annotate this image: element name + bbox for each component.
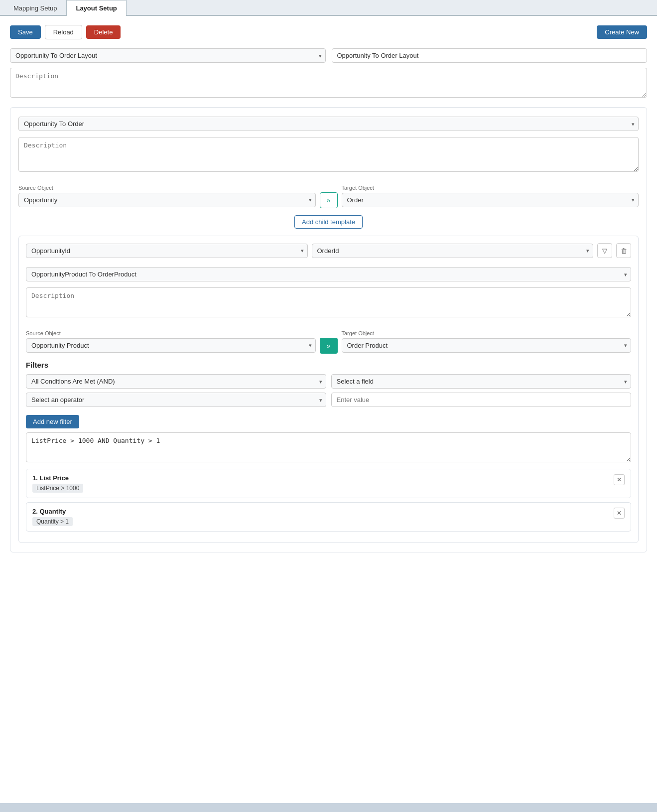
trash-icon: 🗑 <box>621 247 627 255</box>
filter-icon-btn[interactable]: ▽ <box>597 243 612 258</box>
conditions-select[interactable]: All Conditions Are Met (AND) <box>26 374 326 389</box>
parent-mapping-dropdown[interactable]: Opportunity To Order <box>18 117 639 131</box>
filter-expression-area[interactable]: ListPrice > 1000 AND Quantity > 1 <box>26 432 631 462</box>
layout-name-input[interactable] <box>332 48 648 63</box>
add-child-row: Add child template <box>18 215 639 229</box>
child-target-label: Target Object <box>342 330 632 336</box>
filter-item-1-title: 2. Quantity <box>32 508 73 515</box>
select-field-select[interactable]: Select a field <box>331 374 632 389</box>
filters-title: Filters <box>26 361 631 369</box>
child-target-select[interactable]: Order Product <box>342 338 632 353</box>
child-target-select-wrap: Order Product <box>342 338 632 353</box>
parent-description-area[interactable] <box>18 137 639 172</box>
child-source-block: Source Object Opportunity Product <box>26 330 316 353</box>
create-new-button[interactable]: Create New <box>597 25 647 39</box>
layout-dropdown-wrap: Opportunity To Order Layout <box>10 48 326 63</box>
save-button[interactable]: Save <box>10 25 41 39</box>
add-filter-button[interactable]: Add new filter <box>26 415 79 428</box>
filter-item-1-number: 2 <box>32 508 36 515</box>
filter-item-1: 2. Quantity Quantity > 1 ✕ <box>26 502 631 532</box>
parent-source-block: Source Object Opportunity <box>18 185 316 207</box>
filters-section: Filters All Conditions Are Met (AND) Sel… <box>26 361 631 532</box>
layout-name-input-wrap <box>332 48 648 63</box>
operator-select-wrap: Select an operator <box>26 393 326 407</box>
value-input-wrap <box>331 393 632 407</box>
parent-template-card: Opportunity To Order Source Object Oppor… <box>10 107 647 552</box>
child-arrow-button[interactable]: » <box>320 338 338 354</box>
close-icon-0: ✕ <box>617 476 622 483</box>
layout-name-row: Opportunity To Order Layout <box>10 48 647 63</box>
parent-target-block: Target Object Order <box>342 185 639 207</box>
order-id-select[interactable]: OrderId <box>312 244 594 258</box>
top-description-wrap <box>10 68 647 99</box>
parent-target-select-wrap: Order <box>342 193 639 207</box>
parent-target-select[interactable]: Order <box>342 193 639 207</box>
child-mapping-dropdown[interactable]: OpportunityProduct To OrderProduct <box>26 267 631 281</box>
filter-conditions-row: All Conditions Are Met (AND) Select a fi… <box>26 374 631 389</box>
tab-mapping-setup[interactable]: Mapping Setup <box>4 0 66 16</box>
parent-arrow-button[interactable]: » <box>320 192 338 208</box>
add-child-template-button[interactable]: Add child template <box>294 215 363 229</box>
reload-button[interactable]: Reload <box>45 25 82 39</box>
child-source-select-wrap: Opportunity Product <box>26 338 316 353</box>
operator-select[interactable]: Select an operator <box>26 393 326 407</box>
layout-dropdown[interactable]: Opportunity To Order Layout <box>10 48 326 63</box>
parent-target-label: Target Object <box>342 185 639 191</box>
filter-item-0-remove-btn[interactable]: ✕ <box>614 474 625 485</box>
parent-arrow-wrap: » <box>320 192 338 208</box>
tabs-bar: Mapping Setup Layout Setup <box>0 0 657 16</box>
filter-items-list: 1. List Price ListPrice > 1000 ✕ 2. <box>26 469 631 532</box>
parent-source-label: Source Object <box>18 185 316 191</box>
delete-field-btn[interactable]: 🗑 <box>616 243 631 258</box>
filter-item-0: 1. List Price ListPrice > 1000 ✕ <box>26 469 631 498</box>
child-source-select[interactable]: Opportunity Product <box>26 338 316 353</box>
child-target-block: Target Object Order Product <box>342 330 632 353</box>
select-field-wrap: Select a field <box>331 374 632 389</box>
filter-item-0-title: 1. List Price <box>32 474 83 482</box>
filter-item-0-content: 1. List Price ListPrice > 1000 <box>32 474 83 493</box>
opportunity-id-select-wrap: OpportunityId <box>26 244 308 258</box>
parent-source-select[interactable]: Opportunity <box>18 193 316 207</box>
parent-source-select-wrap: Opportunity <box>18 193 316 207</box>
conditions-select-wrap: All Conditions Are Met (AND) <box>26 374 326 389</box>
child-source-target-row: Source Object Opportunity Product » Targ… <box>26 329 631 354</box>
opportunity-id-select[interactable]: OpportunityId <box>26 244 308 258</box>
filter-item-0-tag: ListPrice > 1000 <box>32 484 83 493</box>
child-description-area[interactable] <box>26 287 631 317</box>
child-arrow-wrap: » <box>320 338 338 354</box>
filter-item-0-number: 1 <box>32 474 36 482</box>
filter-item-1-tag: Quantity > 1 <box>32 517 73 526</box>
filter-item-1-label: Quantity <box>39 508 66 515</box>
filter-item-1-content: 2. Quantity Quantity > 1 <box>32 508 73 526</box>
close-icon-1: ✕ <box>617 510 622 517</box>
order-id-select-wrap: OrderId <box>312 244 594 258</box>
filter-operator-row: Select an operator <box>26 393 631 407</box>
child-field-row: OpportunityId OrderId ▽ 🗑 <box>26 243 631 258</box>
filter-item-0-label: List Price <box>39 474 69 482</box>
parent-mapping-dropdown-wrap: Opportunity To Order <box>18 117 639 131</box>
filter-icon: ▽ <box>602 247 607 255</box>
value-input[interactable] <box>331 393 632 407</box>
child-template-card: OpportunityId OrderId ▽ 🗑 Oppo <box>18 236 639 543</box>
child-double-arrow-icon: » <box>327 342 331 350</box>
child-mapping-dropdown-wrap: OpportunityProduct To OrderProduct <box>26 267 631 281</box>
filter-item-1-remove-btn[interactable]: ✕ <box>614 508 625 519</box>
child-source-label: Source Object <box>26 330 316 336</box>
toolbar: Save Reload Delete Create New <box>10 25 647 39</box>
tab-layout-setup[interactable]: Layout Setup <box>66 0 126 16</box>
main-content: Save Reload Delete Create New Opportunit… <box>0 16 657 803</box>
double-arrow-icon: » <box>327 196 331 204</box>
parent-source-target-row: Source Object Opportunity » Target Objec… <box>18 183 639 208</box>
delete-button[interactable]: Delete <box>86 25 121 39</box>
top-description-area[interactable] <box>10 68 647 98</box>
